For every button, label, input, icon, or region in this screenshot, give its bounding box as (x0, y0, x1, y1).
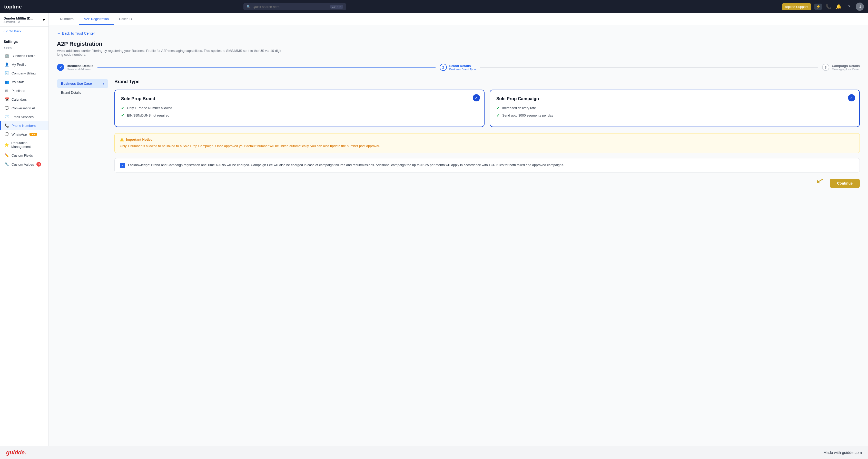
staff-icon: 👥 (4, 80, 9, 84)
brand-type-title: Brand Type (115, 79, 860, 84)
acknowledge-box: ✓ I acknowledge: Brand and Campaign regi… (115, 158, 860, 173)
two-column-layout: Business Use Case › Brand Details Brand … (57, 79, 860, 188)
building-icon: 🏢 (4, 54, 9, 58)
sidebar-item-label: Calendars (11, 97, 27, 102)
calendar-icon: 📅 (4, 97, 9, 102)
sidebar-item-label: Reputation Management (11, 141, 45, 149)
go-back-link[interactable]: ‹ < Go Back (0, 27, 49, 36)
brand-cards: Sole Prop Brand ✓ ✔ Only 1 Phone Number … (115, 90, 860, 127)
ai-icon: 💬 (4, 106, 9, 110)
tab-caller-id[interactable]: Caller ID (114, 13, 137, 25)
tab-a2p-registration[interactable]: A2P Registration (79, 13, 114, 25)
right-content: Brand Type Sole Prop Brand ✓ ✔ Only 1 Ph… (115, 79, 860, 188)
sidebar-item-label: Pipelines (11, 89, 25, 93)
step-3-sublabel: Messaging Use Case (832, 68, 860, 71)
step-1-sublabel: Name and Address (67, 68, 93, 71)
step-1-label: Business Details (67, 64, 93, 68)
whatsapp-icon: 💬 (4, 132, 9, 136)
notice-text: Only 1 number is allowed to be linked to… (120, 144, 855, 149)
acknowledge-checkbox[interactable]: ✓ (120, 163, 125, 168)
card-title: Sole Prop Campaign (496, 96, 853, 102)
search-bar[interactable]: 🔍 Ctrl + K (243, 3, 346, 10)
beta-badge: beta (30, 133, 37, 136)
sidebar-item-pipelines[interactable]: ⊞ Pipelines (0, 86, 49, 95)
step-1-number: ✓ (57, 64, 64, 71)
sidebar-item-whatsapp[interactable]: 💬 WhatsApp beta (0, 130, 49, 139)
panel-brand-details[interactable]: Brand Details (57, 88, 108, 97)
search-icon: 🔍 (247, 5, 251, 9)
continue-button[interactable]: Continue (830, 179, 860, 188)
sidebar-item-label: My Profile (11, 63, 26, 66)
left-nav-panel: Business Use Case › Brand Details (57, 79, 108, 188)
feature-check-icon: ✔ (496, 113, 500, 118)
phone-numbers-icon: 📞 (4, 123, 9, 127)
feature-check-icon: ✔ (121, 106, 124, 110)
lightning-icon[interactable]: ⚡ (814, 4, 822, 10)
sidebar-item-company-billing[interactable]: 🧾 Company Billing (0, 69, 49, 78)
continue-area: ↙ Continue (115, 179, 860, 188)
sidebar-item-label: WhatsApp (11, 133, 27, 136)
feature-check-icon: ✔ (121, 113, 124, 118)
panel-business-use-case[interactable]: Business Use Case › (57, 79, 108, 88)
sidebar-item-my-staff[interactable]: 👥 My Staff (0, 78, 49, 86)
sole-prop-brand-card[interactable]: Sole Prop Brand ✓ ✔ Only 1 Phone Number … (115, 90, 485, 127)
step-brand-details: 2 Brand Details Business Brand Type (440, 64, 476, 71)
search-shortcut: Ctrl + K (330, 5, 343, 9)
left-arrow-icon: ‹ (4, 29, 5, 33)
sidebar-item-email-services[interactable]: ✉️ Email Services (0, 112, 49, 121)
sidebar-item-custom-values[interactable]: 🔧 Custom Values 22 (0, 160, 49, 169)
custom-fields-icon: ✏️ (4, 153, 9, 157)
sidebar-item-business-profile[interactable]: 🏢 Business Profile (0, 51, 49, 60)
nav-right-actions: topline Support ⚡ 📞 🔔 ? U (782, 3, 864, 11)
warning-icon: ⚠️ (120, 138, 124, 141)
account-name: Dunder Mifflin [D... (4, 17, 33, 20)
card-feature-2: ✔ EIN/SSN/DUNS not required (121, 113, 478, 118)
footer-bar: guidde. Made with guidde.com (0, 446, 868, 459)
reputation-icon: ⭐ (4, 143, 9, 147)
acknowledge-text: I acknowledge: Brand and Campaign regist… (128, 163, 564, 168)
sole-prop-campaign-card[interactable]: Sole Prop Campaign ✓ ✔ Increased deliver… (490, 90, 860, 127)
search-input[interactable] (253, 5, 328, 9)
page-tabs: Numbers A2P Registration Caller ID (49, 13, 868, 25)
sidebar-item-calendars[interactable]: 📅 Calendars (0, 95, 49, 104)
card-selected-check: ✓ (848, 94, 855, 102)
left-arrow-icon: ← (57, 31, 61, 35)
app-logo: topline (4, 4, 22, 10)
tab-numbers[interactable]: Numbers (55, 13, 79, 25)
feature-check-icon: ✔ (496, 106, 500, 110)
apps-section-label: Apps (0, 45, 49, 51)
back-to-trust-center[interactable]: ← Back to Trust Center (57, 31, 860, 35)
card-feature-1: ✔ Only 1 Phone Number allowed (121, 106, 478, 110)
pipelines-icon: ⊞ (4, 89, 9, 93)
chevron-down-icon: ▾ (43, 18, 45, 22)
user-avatar[interactable]: U (856, 3, 864, 11)
email-icon: ✉️ (4, 115, 9, 119)
main-content: ← Back to Trust Center A2P Registration … (49, 25, 868, 194)
sidebar-item-conversation-ai[interactable]: 💬 Conversation AI (0, 104, 49, 112)
sidebar-item-custom-fields[interactable]: ✏️ Custom Fields (0, 151, 49, 160)
phone-icon[interactable]: 📞 (825, 4, 832, 9)
help-icon[interactable]: ? (845, 4, 852, 9)
sidebar-item-phone-numbers[interactable]: 📞 Phone Numbers (0, 121, 49, 130)
step-2-label: Brand Details (450, 64, 476, 68)
step-3-label: Campaign Details (832, 64, 860, 68)
person-icon: 👤 (4, 62, 9, 66)
card-title: Sole Prop Brand (121, 96, 478, 102)
sidebar-item-my-profile[interactable]: 👤 My Profile (0, 60, 49, 69)
notification-badge: 22 (36, 162, 41, 167)
card-feature-2: ✔ Send upto 3000 segments per day (496, 113, 853, 118)
sidebar-item-label: Custom Values (11, 163, 34, 166)
arrow-hint: ↙ (815, 174, 825, 187)
important-notice: ⚠️ Important Notice: Only 1 number is al… (115, 133, 860, 153)
notice-title: ⚠️ Important Notice: (120, 138, 855, 141)
sidebar: Dunder Mifflin [D... Scranton, PA ▾ ‹ < … (0, 13, 49, 446)
sidebar-item-label: My Staff (11, 80, 24, 84)
bell-icon[interactable]: 🔔 (835, 4, 842, 9)
sidebar-item-reputation-management[interactable]: ⭐ Reputation Management (0, 139, 49, 151)
settings-title: Settings (0, 36, 49, 45)
support-button[interactable]: topline Support (782, 3, 811, 10)
step-campaign-details: 3 Campaign Details Messaging Use Case (822, 64, 860, 71)
step-2-number: 2 (440, 64, 447, 71)
account-switcher[interactable]: Dunder Mifflin [D... Scranton, PA ▾ (0, 13, 49, 27)
content-area: Numbers A2P Registration Caller ID ← Bac… (49, 13, 868, 446)
